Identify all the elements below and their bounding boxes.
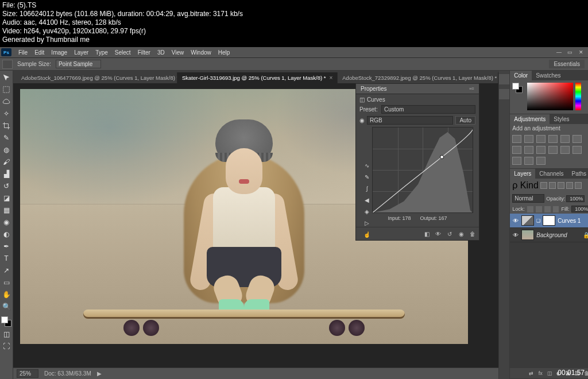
menu-type[interactable]: Type	[92, 49, 111, 56]
white-eyedropper-icon[interactable]: ▷	[363, 219, 371, 227]
visibility-eye-icon[interactable]: 👁	[512, 218, 519, 223]
color-field[interactable]	[527, 83, 573, 110]
screenmode-icon[interactable]: ⛶	[0, 341, 13, 352]
pen-tool-icon[interactable]: ✒	[0, 241, 13, 252]
link-layers-icon[interactable]: ⇄	[528, 370, 535, 377]
history-brush-tool-icon[interactable]: ↺	[0, 180, 13, 192]
maximize-button[interactable]: ▭	[565, 48, 575, 56]
layer-fx-icon[interactable]: fx	[537, 370, 544, 377]
preset-dropdown[interactable]: Custom	[381, 105, 475, 114]
close-button[interactable]: ✕	[576, 48, 586, 56]
channels-tab[interactable]: Channels	[535, 169, 567, 179]
properties-panel[interactable]: Properties»≡ ◫Curves Preset:Custom ◉RGBA…	[355, 83, 479, 241]
layer-row-curves[interactable]: 👁 ❑ Curves 1	[510, 214, 588, 228]
blend-mode-dropdown[interactable]: Normal	[512, 194, 544, 203]
foreground-background-swatches[interactable]	[0, 315, 13, 328]
menu-filter[interactable]: Filter	[134, 49, 154, 56]
layer-thumbnail[interactable]	[521, 215, 534, 226]
reset-icon[interactable]: ↺	[446, 230, 454, 238]
channel-dropdown[interactable]: RGB	[367, 116, 453, 125]
menu-view[interactable]: View	[168, 49, 188, 56]
view-previous-icon[interactable]: 👁	[434, 230, 442, 238]
adjustments-tab[interactable]: Adjustments	[510, 114, 550, 124]
gradient-tool-icon[interactable]: ▦	[0, 204, 13, 216]
lock-image-icon[interactable]	[536, 206, 542, 212]
photo-filter-icon[interactable]	[524, 146, 533, 154]
layers-tab[interactable]: Layers	[510, 169, 535, 179]
gray-eyedropper-icon[interactable]: ◈	[363, 207, 371, 215]
zoom-level[interactable]: 25%	[17, 369, 38, 378]
color-swatch-pair[interactable]	[512, 83, 525, 95]
blur-tool-icon[interactable]: ◉	[0, 216, 13, 228]
color-tab[interactable]: Color	[510, 71, 532, 80]
fill-input[interactable]: 100%	[571, 206, 588, 212]
filter-pixel-icon[interactable]	[540, 182, 547, 189]
wand-tool-icon[interactable]: ✧	[0, 108, 13, 119]
brush-tool-icon[interactable]: 🖌	[0, 156, 13, 168]
hand-tool-icon[interactable]: ✋	[0, 289, 13, 300]
eyedropper-tool-icon[interactable]: ✎	[0, 132, 13, 144]
curve-line[interactable]	[373, 127, 473, 212]
paths-tab[interactable]: Paths	[568, 169, 588, 179]
menu-file[interactable]: File	[15, 49, 31, 56]
canvas-viewport[interactable]: Properties»≡ ◫Curves Preset:Custom ◉RGBA…	[13, 83, 498, 368]
curve-smooth-icon[interactable]: ∫	[363, 184, 371, 192]
menu-window[interactable]: Window	[187, 49, 215, 56]
eraser-tool-icon[interactable]: ◪	[0, 192, 13, 204]
styles-tab[interactable]: Styles	[550, 114, 573, 124]
brightness-icon[interactable]	[512, 135, 521, 143]
type-tool-icon[interactable]: T	[0, 253, 13, 264]
vibrance-icon[interactable]	[560, 135, 570, 143]
document-tab-active[interactable]: Skater-Girl-3319693.jpg @ 25% (Curves 1,…	[177, 72, 338, 83]
layer-thumbnail[interactable]	[521, 230, 534, 240]
layer-name[interactable]: Curves 1	[558, 218, 581, 224]
filter-smart-icon[interactable]	[575, 182, 582, 189]
eyedropper-tool-icon[interactable]	[2, 60, 13, 69]
dodge-tool-icon[interactable]: ◐	[0, 229, 13, 240]
menu-layer[interactable]: Layer	[71, 49, 92, 56]
lock-position-icon[interactable]	[544, 206, 551, 212]
gradient-map-icon[interactable]	[524, 157, 533, 165]
lock-transparent-icon[interactable]	[527, 206, 533, 212]
filter-shape-icon[interactable]	[566, 182, 573, 189]
opacity-input[interactable]: 100%	[566, 195, 585, 202]
link-icon[interactable]: ❑	[536, 218, 540, 223]
bw-icon[interactable]	[512, 146, 521, 154]
menu-select[interactable]: Select	[111, 49, 134, 56]
curves-graph[interactable]	[372, 127, 473, 213]
actions-panel-icon[interactable]	[499, 89, 509, 99]
hue-icon[interactable]	[572, 135, 582, 143]
menu-help[interactable]: Help	[215, 49, 234, 56]
curve-point-tool-icon[interactable]: ∿	[363, 161, 371, 169]
threshold-icon[interactable]	[512, 157, 521, 165]
curve-draw-tool-icon[interactable]: ✎	[363, 173, 371, 181]
levels-icon[interactable]	[524, 135, 533, 143]
layer-row-background[interactable]: 👁 Background 🔒	[510, 228, 588, 242]
move-tool-icon[interactable]	[0, 72, 13, 83]
layer-mask-thumbnail[interactable]	[543, 215, 555, 226]
marquee-tool-icon[interactable]	[0, 84, 13, 95]
document-tab[interactable]: AdobeStock_106477669.jpeg @ 25% (Curves …	[17, 72, 177, 83]
channel-mixer-icon[interactable]	[536, 146, 546, 154]
history-panel-icon[interactable]	[499, 74, 509, 84]
delete-adjustment-icon[interactable]: 🗑	[469, 230, 477, 238]
path-tool-icon[interactable]: ↗	[0, 265, 13, 276]
posterize-icon[interactable]	[572, 146, 582, 154]
menu-3d[interactable]: 3D	[154, 49, 168, 56]
black-eyedropper-icon[interactable]: ◀	[363, 196, 371, 204]
sample-size-dropdown[interactable]: Point Sample	[56, 60, 101, 68]
hue-slider[interactable]	[575, 83, 581, 110]
swatches-tab[interactable]: Swatches	[532, 71, 564, 80]
quickmask-icon[interactable]: ◫	[0, 328, 13, 340]
lock-all-icon[interactable]	[553, 206, 559, 212]
auto-button[interactable]: Auto	[455, 116, 475, 125]
status-arrow-icon[interactable]: ▶	[97, 370, 102, 377]
tab-close-icon[interactable]: ×	[329, 75, 332, 81]
curves-icon[interactable]	[536, 135, 546, 143]
workspace-switcher[interactable]: Essentials	[549, 60, 585, 68]
filter-type-icon[interactable]	[558, 182, 564, 189]
foreground-color-swatch[interactable]	[1, 316, 8, 323]
invert-icon[interactable]	[560, 146, 570, 154]
flyout-icon[interactable]: »≡	[469, 86, 474, 91]
toggle-visibility-icon[interactable]: ◉	[457, 230, 465, 238]
